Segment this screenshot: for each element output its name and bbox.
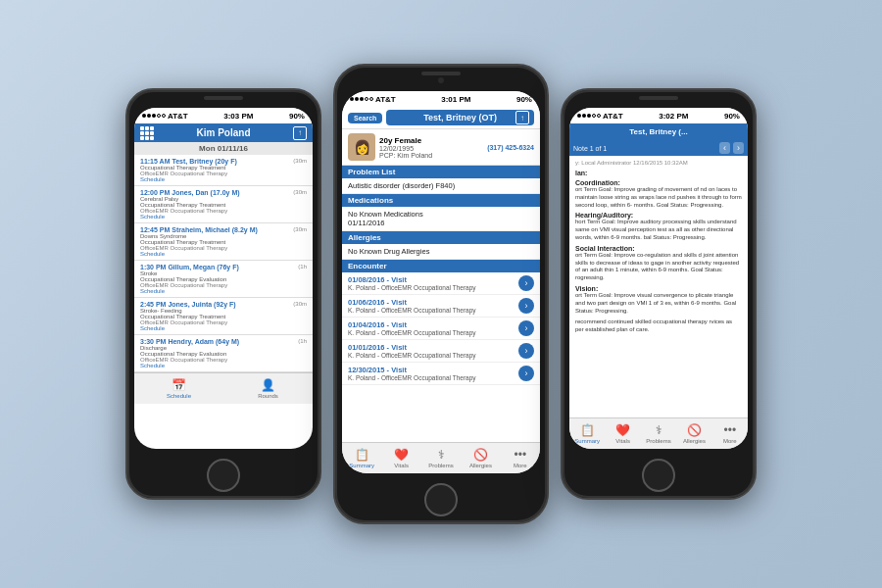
tab-bar-left: 📅 Schedule 👤 Rounds — [134, 372, 313, 404]
home-button-left[interactable] — [207, 459, 240, 492]
share-icon-center[interactable]: ↑ — [515, 111, 529, 124]
encounter-header: Encounter — [342, 260, 540, 272]
tab-more-right[interactable]: ••• More — [712, 418, 748, 449]
section-coordination: Coordination: — [575, 179, 742, 186]
grid-icon[interactable] — [140, 126, 154, 140]
encounter-arrow-2[interactable]: › — [518, 298, 534, 314]
left-screen: AT&T 3:03 PM 90% — [134, 108, 313, 449]
patient-age: 20y Female — [379, 136, 483, 145]
next-note-arrow[interactable]: › — [733, 142, 744, 154]
schedule-icon: 📅 — [172, 378, 186, 392]
tab-bar-center: 📋 Summary ❤️ Vitals ⚕ Problems 🚫 Allergi… — [342, 442, 540, 473]
patient-phone[interactable]: (317) 425-6324 — [487, 144, 534, 151]
problems-icon-r: ⚕ — [656, 423, 662, 437]
allergies-content: No Known Drug Allergies — [342, 244, 540, 260]
appt-item-1[interactable]: 11:15 AM Test, Britney (20y F) (30m Occu… — [134, 155, 313, 186]
vitals-icon-c: ❤️ — [394, 448, 409, 462]
note-header: Note 1 of 1 ‹ › — [569, 140, 748, 156]
battery-right: 90% — [724, 112, 740, 121]
status-bar-center: AT&T 3:01 PM 90% — [342, 91, 540, 107]
appt-item-2[interactable]: 12:00 PM Jones, Dan (17.0y M) (30m Cereb… — [134, 186, 313, 223]
tab-bar-right: 📋 Summary ❤️ Vitals ⚕ Problems 🚫 Allergi… — [569, 417, 748, 449]
problems-icon-c: ⚕ — [438, 448, 445, 462]
home-button-right[interactable] — [642, 459, 675, 492]
encounter-2[interactable]: 01/06/2016 - Visit K. Poland - OfficeEMR… — [342, 295, 540, 318]
coordination-text: ort Term Goal: Improve grading of moveme… — [575, 186, 742, 209]
battery-left: 90% — [289, 112, 305, 121]
patient-dob: 12/02/1995 — [379, 145, 483, 152]
patient-name-display: Test, Britney (OT) — [423, 113, 497, 122]
section-hearing: Hearing/Auditory: — [575, 212, 742, 219]
encounter-1[interactable]: 01/08/2016 - Visit K. Poland - OfficeEMR… — [342, 272, 540, 295]
encounter-arrow-4[interactable]: › — [518, 343, 534, 359]
header-left: Kim Poland ↑ — [134, 123, 313, 142]
tab-allergies-center[interactable]: 🚫 Allergies — [461, 443, 500, 473]
time-center: 3:01 PM — [441, 95, 470, 104]
social-text: ort Term Goal: Improve co-regulation and… — [575, 252, 742, 282]
center-phone: AT&T 3:01 PM 90% Search Test, Britney (O… — [333, 64, 549, 524]
encounter-arrow-5[interactable]: › — [518, 366, 534, 381]
summary-icon-c: 📋 — [355, 448, 369, 462]
battery-center: 90% — [516, 95, 532, 104]
time-left: 3:03 PM — [223, 112, 253, 121]
left-phone: AT&T 3:03 PM 90% — [125, 88, 321, 500]
appt-item-6[interactable]: 3:30 PM Hendry, Adam (64y M) (1h Dischar… — [134, 335, 313, 372]
tab-summary-center[interactable]: 📋 Summary — [342, 443, 381, 473]
vitals-icon-r: ❤️ — [615, 423, 630, 437]
hearing-text: hort Term Goal: Improve auditory process… — [575, 219, 742, 241]
appt-item-3[interactable]: 12:45 PM Straheim, Michael (8.2y M) (30m… — [134, 223, 313, 261]
right-patient-bar: Test, Britney (... — [569, 123, 748, 140]
encounter-arrow-1[interactable]: › — [518, 275, 534, 291]
carrier-right: AT&T — [603, 112, 623, 121]
tab-schedule[interactable]: 📅 Schedule — [134, 373, 223, 404]
signal-dots — [142, 114, 166, 118]
patient-name-header: Test, Britney (OT) ↑ — [386, 110, 534, 125]
tab-rounds[interactable]: 👤 Rounds — [223, 373, 313, 404]
phones-container: AT&T 3:03 PM 90% — [106, 44, 776, 544]
date-bar: Mon 01/11/16 — [134, 142, 313, 155]
tab-rounds-label: Rounds — [258, 393, 278, 399]
more-icon-r: ••• — [724, 423, 737, 437]
tab-more-center[interactable]: ••• More — [501, 443, 540, 473]
tab-vitals-center[interactable]: ❤️ Vitals — [381, 443, 420, 473]
footer-note: recommend continued skilled occupational… — [575, 318, 742, 334]
patient-pcp: PCP: Kim Poland — [379, 152, 483, 159]
more-icon-c: ••• — [514, 448, 527, 462]
section-social: Social Interaction: — [575, 245, 742, 252]
appt-item-4[interactable]: 1:30 PM Gillum, Megan (76y F) (1h Stroke… — [134, 261, 313, 298]
encounter-4[interactable]: 01/01/2016 - Visit K. Poland - OfficeEMR… — [342, 340, 540, 363]
prev-note-arrow[interactable]: ‹ — [719, 142, 730, 154]
tab-problems-right[interactable]: ⚕ Problems — [641, 418, 676, 449]
search-bar: Search Test, Britney (OT) ↑ — [342, 107, 540, 129]
plan-label: lan: — [575, 170, 742, 176]
med-item-1: No Known Medications — [348, 210, 534, 219]
tab-allergies-right[interactable]: 🚫 Allergies — [676, 418, 711, 449]
center-screen: AT&T 3:01 PM 90% Search Test, Britney (O… — [342, 91, 540, 473]
allergies-icon-c: 🚫 — [473, 448, 488, 462]
allergy-item-1: No Known Drug Allergies — [348, 247, 429, 256]
appt-item-5[interactable]: 2:45 PM Jones, Juinta (92y F) (30m Strok… — [134, 298, 313, 335]
tab-vitals-right[interactable]: ❤️ Vitals — [605, 418, 640, 449]
tab-schedule-label: Schedule — [167, 393, 191, 399]
right-phone: AT&T 3:02 PM 90% Test, Britney (... Note… — [561, 88, 757, 500]
encounter-3[interactable]: 01/04/2016 - Visit K. Poland - OfficeEMR… — [342, 318, 540, 340]
tab-problems-center[interactable]: ⚕ Problems — [421, 443, 461, 473]
encounter-list: 01/08/2016 - Visit K. Poland - OfficeEMR… — [342, 272, 540, 385]
right-patient-name: Test, Britney (... — [629, 127, 687, 136]
tab-summary-right[interactable]: 📋 Summary — [569, 418, 605, 449]
signal-dots-r — [577, 114, 601, 118]
home-button-center[interactable] — [424, 483, 458, 516]
schedule-list: 11:15 AM Test, Britney (20y F) (30m Occu… — [134, 155, 313, 372]
speaker — [204, 96, 243, 100]
header-title-left: Kim Poland — [196, 127, 250, 138]
share-icon-left[interactable]: ↑ — [293, 126, 307, 140]
search-button[interactable]: Search — [348, 113, 382, 123]
vision-text: ort Term Goal: Improve visual convergenc… — [575, 292, 742, 315]
rounds-icon: 👤 — [261, 378, 275, 392]
speaker-right — [639, 96, 678, 100]
summary-icon-r: 📋 — [580, 423, 595, 437]
encounter-5[interactable]: 12/30/2015 - Visit K. Poland - OfficeEMR… — [342, 363, 540, 385]
encounter-arrow-3[interactable]: › — [518, 320, 534, 336]
allergies-header: Allergies — [342, 231, 540, 244]
speaker-center — [421, 72, 461, 75]
